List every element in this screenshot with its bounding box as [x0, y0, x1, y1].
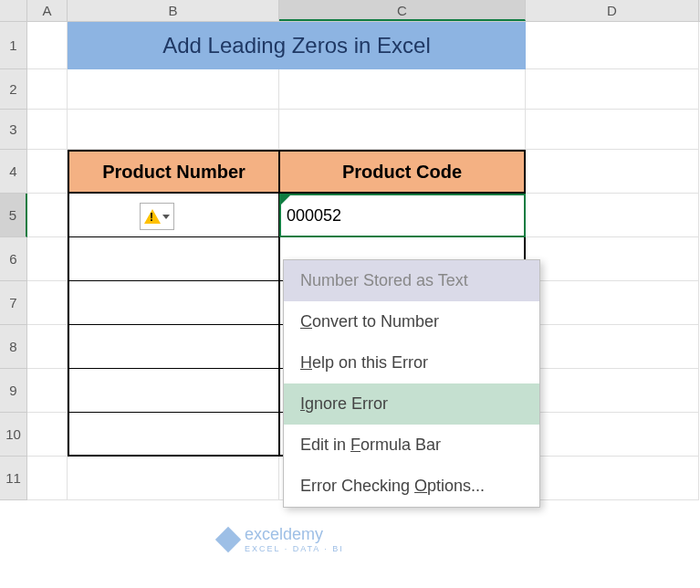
- cell-c3[interactable]: [279, 110, 526, 150]
- cell-b7[interactable]: [68, 281, 279, 325]
- cell-c5-value: 000052: [287, 206, 341, 226]
- cell-d3[interactable]: [526, 110, 699, 150]
- col-header-d[interactable]: D: [526, 0, 699, 21]
- error-context-menu: Number Stored as Text Convert to Number …: [283, 259, 540, 508]
- cell-b10[interactable]: [68, 413, 279, 457]
- cell-d7[interactable]: [526, 281, 699, 325]
- menu-edit-formula-bar[interactable]: Edit in Formula Bar: [284, 425, 539, 466]
- cell-a9[interactable]: [27, 369, 68, 413]
- row-header-8[interactable]: 8: [0, 325, 27, 369]
- row-header-6[interactable]: 6: [0, 237, 27, 281]
- row-header-2[interactable]: 2: [0, 69, 27, 110]
- cell-a11[interactable]: [27, 457, 68, 500]
- cell-a3[interactable]: [27, 110, 68, 150]
- cell-c2[interactable]: [279, 69, 526, 110]
- col-header-a[interactable]: A: [27, 0, 68, 21]
- chevron-down-icon: [162, 215, 170, 219]
- cell-d11[interactable]: [526, 457, 699, 500]
- menu-convert-to-number[interactable]: Convert to Number: [284, 301, 539, 342]
- row-header-7[interactable]: 7: [0, 281, 27, 325]
- row-1: 1 Add Leading Zeros in Excel: [0, 22, 700, 69]
- cell-a4[interactable]: [27, 150, 68, 194]
- cell-d4[interactable]: [526, 150, 699, 194]
- cell-a7[interactable]: [27, 281, 68, 325]
- column-headers-row: A B C D: [0, 0, 700, 22]
- row-4: 4 Product Number Product Code: [0, 150, 700, 194]
- row-header-1[interactable]: 1: [0, 22, 27, 69]
- row-5: 5 000052: [0, 194, 700, 237]
- row-2: 2: [0, 69, 700, 110]
- col-header-c[interactable]: C: [279, 0, 526, 21]
- row-header-3[interactable]: 3: [0, 110, 27, 150]
- error-triangle-icon: [281, 195, 290, 205]
- watermark-name: exceldemy: [245, 525, 323, 543]
- warning-icon: [144, 209, 161, 224]
- menu-error-checking-options[interactable]: Error Checking Options...: [284, 466, 539, 507]
- watermark: exceldemy EXCEL · DATA · BI: [219, 525, 344, 553]
- cell-a1[interactable]: [27, 22, 68, 69]
- watermark-tagline: EXCEL · DATA · BI: [245, 544, 344, 553]
- cell-a8[interactable]: [27, 325, 68, 369]
- row-3: 3: [0, 110, 700, 150]
- cell-d2[interactable]: [526, 69, 699, 110]
- col-header-b[interactable]: B: [68, 0, 279, 21]
- row-header-4[interactable]: 4: [0, 150, 27, 194]
- cell-b6[interactable]: [68, 237, 279, 281]
- header-product-number[interactable]: Product Number: [68, 150, 279, 194]
- cell-d6[interactable]: [526, 237, 699, 281]
- row-header-5[interactable]: 5: [0, 194, 27, 237]
- error-indicator-button[interactable]: [140, 203, 174, 230]
- title-cell[interactable]: Add Leading Zeros in Excel: [68, 22, 526, 69]
- cell-d5[interactable]: [526, 194, 699, 237]
- row-header-11[interactable]: 11: [0, 457, 27, 500]
- cell-b11[interactable]: [68, 457, 279, 500]
- menu-number-stored-as-text: Number Stored as Text: [284, 260, 539, 301]
- menu-help-on-error[interactable]: Help on this Error: [284, 342, 539, 383]
- cell-d1[interactable]: [526, 22, 699, 69]
- row-header-9[interactable]: 9: [0, 369, 27, 413]
- watermark-logo-icon: [215, 526, 241, 551]
- cell-b2[interactable]: [68, 69, 279, 110]
- row-header-10[interactable]: 10: [0, 413, 27, 457]
- cell-b3[interactable]: [68, 110, 279, 150]
- cell-b9[interactable]: [68, 369, 279, 413]
- cell-a2[interactable]: [27, 69, 68, 110]
- menu-ignore-error[interactable]: Ignore Error: [284, 383, 539, 425]
- cell-c5-selected[interactable]: 000052: [279, 194, 526, 237]
- cell-b8[interactable]: [68, 325, 279, 369]
- cell-d10[interactable]: [526, 413, 699, 457]
- cell-a5[interactable]: [27, 194, 68, 237]
- header-product-code[interactable]: Product Code: [279, 150, 526, 194]
- cell-a6[interactable]: [27, 237, 68, 281]
- cell-a10[interactable]: [27, 413, 68, 457]
- cell-d8[interactable]: [526, 325, 699, 369]
- cell-d9[interactable]: [526, 369, 699, 413]
- select-all-corner[interactable]: [0, 0, 27, 21]
